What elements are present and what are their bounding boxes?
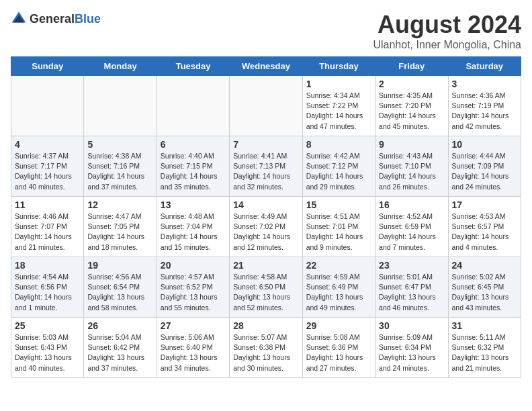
calendar-cell: 1Sunrise: 4:34 AMSunset: 7:22 PMDaylight… [302,76,375,136]
week-row-5: 25Sunrise: 5:03 AMSunset: 6:43 PMDayligh… [11,318,521,378]
day-number: 22 [306,260,371,271]
day-number: 15 [306,199,371,210]
calendar-cell: 8Sunrise: 4:42 AMSunset: 7:12 PMDaylight… [302,136,375,197]
subtitle: Ulanhot, Inner Mongolia, China [373,39,521,51]
day-number: 19 [87,260,152,271]
day-info: Sunrise: 4:38 AMSunset: 7:16 PMDaylight:… [87,151,152,192]
week-row-3: 11Sunrise: 4:46 AMSunset: 7:07 PMDayligh… [11,197,521,257]
day-info: Sunrise: 4:51 AMSunset: 7:01 PMDaylight:… [306,212,371,253]
day-number: 25 [15,320,80,331]
day-info: Sunrise: 5:07 AMSunset: 6:38 PMDaylight:… [233,332,298,373]
day-number: 20 [161,260,226,271]
calendar-cell: 15Sunrise: 4:51 AMSunset: 7:01 PMDayligh… [302,197,375,257]
day-info: Sunrise: 4:37 AMSunset: 7:17 PMDaylight:… [15,151,80,192]
day-number: 11 [15,199,80,210]
day-number: 30 [379,320,444,331]
calendar-cell: 3Sunrise: 4:36 AMSunset: 7:19 PMDaylight… [448,76,521,136]
day-header-sunday: Sunday [11,57,84,76]
day-number: 17 [452,199,517,210]
calendar-cell: 10Sunrise: 4:44 AMSunset: 7:09 PMDayligh… [448,136,521,197]
day-number: 31 [452,320,517,331]
day-info: Sunrise: 5:11 AMSunset: 6:32 PMDaylight:… [452,332,517,373]
day-info: Sunrise: 4:56 AMSunset: 6:54 PMDaylight:… [87,272,152,313]
logo-blue: Blue [75,12,101,26]
day-info: Sunrise: 5:04 AMSunset: 6:42 PMDaylight:… [87,332,152,373]
day-info: Sunrise: 5:02 AMSunset: 6:45 PMDaylight:… [452,272,517,313]
title-area: August 2024 Ulanhot, Inner Mongolia, Chi… [373,11,521,51]
week-row-4: 18Sunrise: 4:54 AMSunset: 6:56 PMDayligh… [11,257,521,318]
day-info: Sunrise: 5:08 AMSunset: 6:36 PMDaylight:… [306,332,371,373]
day-info: Sunrise: 5:06 AMSunset: 6:40 PMDaylight:… [161,332,226,373]
calendar-cell: 20Sunrise: 4:57 AMSunset: 6:52 PMDayligh… [157,257,229,318]
calendar-cell [157,76,229,136]
day-info: Sunrise: 4:34 AMSunset: 7:22 PMDaylight:… [306,91,371,132]
calendar-cell: 29Sunrise: 5:08 AMSunset: 6:36 PMDayligh… [302,318,375,378]
day-info: Sunrise: 4:40 AMSunset: 7:15 PMDaylight:… [161,151,226,192]
calendar-cell: 2Sunrise: 4:35 AMSunset: 7:20 PMDaylight… [375,76,448,136]
main-title: August 2024 [373,11,521,39]
day-number: 13 [161,199,226,210]
day-info: Sunrise: 4:46 AMSunset: 7:07 PMDaylight:… [15,212,80,253]
logo-icon [11,11,27,27]
day-info: Sunrise: 4:43 AMSunset: 7:10 PMDaylight:… [379,151,444,192]
day-number: 14 [233,199,298,210]
day-number: 29 [306,320,371,331]
calendar-header-row: SundayMondayTuesdayWednesdayThursdayFrid… [11,57,521,76]
day-number: 21 [233,260,298,271]
day-info: Sunrise: 4:59 AMSunset: 6:49 PMDaylight:… [306,272,371,313]
week-row-1: 1Sunrise: 4:34 AMSunset: 7:22 PMDaylight… [11,76,521,136]
calendar-cell: 27Sunrise: 5:06 AMSunset: 6:40 PMDayligh… [157,318,229,378]
day-header-thursday: Thursday [302,57,375,76]
day-number: 27 [161,320,226,331]
day-number: 7 [233,139,298,150]
calendar-cell: 25Sunrise: 5:03 AMSunset: 6:43 PMDayligh… [11,318,84,378]
calendar-cell [11,76,84,136]
day-info: Sunrise: 4:44 AMSunset: 7:09 PMDaylight:… [452,151,517,192]
day-number: 18 [15,260,80,271]
day-header-tuesday: Tuesday [157,57,229,76]
day-header-friday: Friday [375,57,448,76]
calendar-cell: 7Sunrise: 4:41 AMSunset: 7:13 PMDaylight… [230,136,302,197]
day-info: Sunrise: 5:09 AMSunset: 6:34 PMDaylight:… [379,332,444,373]
day-info: Sunrise: 4:48 AMSunset: 7:04 PMDaylight:… [161,212,226,253]
calendar-cell: 30Sunrise: 5:09 AMSunset: 6:34 PMDayligh… [375,318,448,378]
day-number: 10 [452,139,517,150]
calendar-cell: 13Sunrise: 4:48 AMSunset: 7:04 PMDayligh… [157,197,229,257]
day-header-monday: Monday [84,57,157,76]
calendar-cell: 11Sunrise: 4:46 AMSunset: 7:07 PMDayligh… [11,197,84,257]
day-info: Sunrise: 4:42 AMSunset: 7:12 PMDaylight:… [306,151,371,192]
day-number: 4 [15,139,80,150]
day-number: 8 [306,139,371,150]
day-info: Sunrise: 4:54 AMSunset: 6:56 PMDaylight:… [15,272,80,313]
day-number: 16 [379,199,444,210]
day-info: Sunrise: 4:57 AMSunset: 6:52 PMDaylight:… [161,272,226,313]
calendar-cell [230,76,302,136]
calendar-cell: 5Sunrise: 4:38 AMSunset: 7:16 PMDaylight… [84,136,157,197]
calendar-cell [84,76,157,136]
calendar-cell: 19Sunrise: 4:56 AMSunset: 6:54 PMDayligh… [84,257,157,318]
day-number: 23 [379,260,444,271]
day-header-wednesday: Wednesday [230,57,302,76]
day-number: 9 [379,139,444,150]
calendar-cell: 6Sunrise: 4:40 AMSunset: 7:15 PMDaylight… [157,136,229,197]
day-info: Sunrise: 5:01 AMSunset: 6:47 PMDaylight:… [379,272,444,313]
calendar-cell: 16Sunrise: 4:52 AMSunset: 6:59 PMDayligh… [375,197,448,257]
logo-general: General [30,12,75,26]
calendar-cell: 22Sunrise: 4:59 AMSunset: 6:49 PMDayligh… [302,257,375,318]
calendar-table: SundayMondayTuesdayWednesdayThursdayFrid… [11,56,521,378]
calendar-body: 1Sunrise: 4:34 AMSunset: 7:22 PMDaylight… [11,76,521,378]
day-number: 3 [452,79,517,89]
day-info: Sunrise: 4:47 AMSunset: 7:05 PMDaylight:… [87,212,152,253]
calendar-cell: 14Sunrise: 4:49 AMSunset: 7:02 PMDayligh… [230,197,302,257]
calendar-cell: 23Sunrise: 5:01 AMSunset: 6:47 PMDayligh… [375,257,448,318]
day-info: Sunrise: 4:53 AMSunset: 6:57 PMDaylight:… [452,212,517,253]
day-info: Sunrise: 4:36 AMSunset: 7:19 PMDaylight:… [452,91,517,132]
calendar-cell: 12Sunrise: 4:47 AMSunset: 7:05 PMDayligh… [84,197,157,257]
logo: GeneralBlue [11,11,101,27]
calendar-cell: 26Sunrise: 5:04 AMSunset: 6:42 PMDayligh… [84,318,157,378]
day-info: Sunrise: 4:58 AMSunset: 6:50 PMDaylight:… [233,272,298,313]
day-number: 24 [452,260,517,271]
day-info: Sunrise: 4:35 AMSunset: 7:20 PMDaylight:… [379,91,444,132]
day-info: Sunrise: 4:52 AMSunset: 6:59 PMDaylight:… [379,212,444,253]
day-info: Sunrise: 4:49 AMSunset: 7:02 PMDaylight:… [233,212,298,253]
